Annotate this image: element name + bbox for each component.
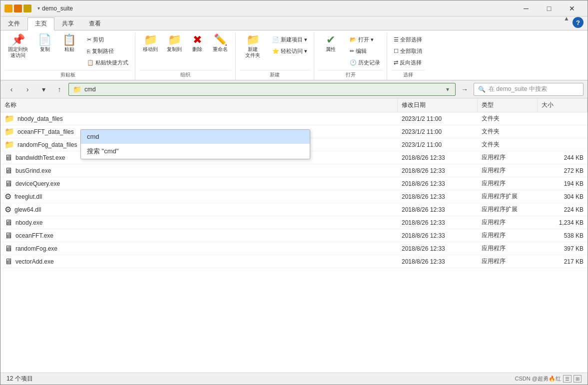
file-size	[538, 117, 588, 120]
copy-icon: 📄	[38, 34, 51, 45]
paste-button[interactable]: 📋 粘贴	[58, 32, 80, 54]
window-title: demo_suite	[42, 5, 515, 12]
file-type: 应用程序	[478, 256, 538, 267]
file-name: busGrind.exe	[15, 167, 51, 174]
recent-button[interactable]: ▾	[36, 82, 50, 96]
ribbon-tabs: 文件 主页 共享 查看 ▲ ?	[0, 16, 588, 30]
autocomplete-dropdown: cmd 搜索 "cmd"	[80, 129, 310, 159]
paste-shortcut-button[interactable]: 📋 粘贴快捷方式	[84, 57, 131, 68]
file-date: 2023/1/2 11:00	[398, 127, 478, 137]
cut-button[interactable]: ✂ 剪切	[84, 34, 131, 45]
copy-button[interactable]: 📄 复制	[33, 32, 56, 54]
file-size: 1,234 KB	[538, 218, 588, 228]
new-folder-button[interactable]: 📁 新建文件夹	[240, 32, 266, 60]
table-row[interactable]: ⚙ glew64.dll 2018/8/26 12:33 应用程序扩展 224 …	[0, 203, 588, 216]
file-icon: 🖥	[4, 231, 12, 240]
up-button[interactable]: ↑	[52, 82, 66, 96]
open-label: 打开	[318, 70, 383, 80]
file-size	[538, 143, 588, 146]
autocomplete-item-cmd[interactable]: cmd	[81, 130, 310, 143]
header-size[interactable]: 大小	[538, 98, 588, 112]
edit-button[interactable]: ✏ 编辑	[347, 46, 383, 56]
file-size: 217 KB	[538, 257, 588, 267]
file-date: 2018/8/26 12:33	[398, 244, 478, 254]
search-bar[interactable]: 🔍 在 demo_suite 中搜索	[474, 83, 584, 96]
new-content: 📁 新建文件夹 📄 新建项目 ▾ ⭐ 轻松访问 ▾	[240, 32, 310, 70]
maximize-button[interactable]: □	[538, 0, 561, 16]
file-date: 2018/8/26 12:33	[398, 192, 478, 202]
file-name: vectorAdd.exe	[15, 258, 54, 265]
file-icon: 📁	[4, 127, 14, 136]
select-label: 选择	[391, 70, 425, 80]
nav-arrow-right[interactable]: →	[458, 82, 472, 96]
ribbon-group-open: ✔ 属性 📂 打开 ▾ ✏ 编辑 🕐 历史记录 打开	[314, 32, 387, 80]
file-list-header: 名称 修改日期 类型 大小	[0, 98, 588, 112]
back-button[interactable]: ‹	[4, 82, 18, 96]
copy-path-button[interactable]: ⎘ 复制路径	[84, 46, 131, 56]
app-icon-1	[4, 4, 12, 12]
file-icon: 🖥	[4, 179, 12, 188]
table-row[interactable]: 📁 nbody_data_files 2023/1/2 11:00 文件夹	[0, 112, 588, 125]
table-row[interactable]: 🖥 oceanFFT.exe 2018/8/26 12:33 应用程序 538 …	[0, 229, 588, 242]
invert-select-button[interactable]: ⇄ 反向选择	[391, 57, 425, 68]
minimize-button[interactable]: ─	[515, 0, 538, 16]
header-date[interactable]: 修改日期	[398, 98, 478, 112]
file-type: 文件夹	[478, 113, 538, 124]
select-all-button[interactable]: ☰ 全部选择	[391, 34, 425, 45]
new-item-button[interactable]: 📄 新建项目 ▾	[270, 34, 310, 45]
rename-button[interactable]: ✏️ 重命名	[209, 32, 231, 54]
copy-to-label: 复制到	[167, 46, 182, 52]
open-button[interactable]: 📂 打开 ▾	[347, 34, 383, 45]
tab-share[interactable]: 共享	[54, 17, 81, 30]
table-row[interactable]: 🖥 vectorAdd.exe 2018/8/26 12:33 应用程序 217…	[0, 255, 588, 268]
watermark: CSDN @超勇🔥红	[515, 375, 561, 383]
file-name-cell: 🖥 vectorAdd.exe	[0, 256, 398, 268]
help-button[interactable]: ?	[573, 17, 584, 28]
file-size	[538, 130, 588, 133]
select-none-button[interactable]: ☐ 全部取消	[391, 46, 425, 56]
copy-to-button[interactable]: 📁 复制到	[163, 32, 185, 54]
file-date: 2018/8/26 12:33	[398, 179, 478, 189]
file-icon: 📁	[4, 140, 14, 149]
file-type: 应用程序扩展	[478, 191, 538, 202]
history-button[interactable]: 🕐 历史记录	[347, 57, 383, 68]
table-row[interactable]: 🖥 busGrind.exe 2018/8/26 12:33 应用程序 272 …	[0, 164, 588, 177]
clipboard-stack: ✂ 剪切 ⎘ 复制路径 📋 粘贴快捷方式	[84, 32, 131, 68]
header-name[interactable]: 名称	[0, 98, 398, 112]
file-size: 304 KB	[538, 192, 588, 202]
table-row[interactable]: 🖥 randomFog.exe 2018/8/26 12:33 应用程序 397…	[0, 242, 588, 255]
forward-button[interactable]: ›	[20, 82, 34, 96]
tab-home[interactable]: 主页	[27, 17, 54, 30]
app-icon-3	[23, 4, 31, 12]
easy-access-button[interactable]: ⭐ 轻松访问 ▾	[270, 46, 310, 56]
move-to-button[interactable]: 📁 移动到	[139, 32, 161, 54]
tab-view[interactable]: 查看	[81, 17, 108, 30]
titlebar-app-icons	[4, 4, 31, 12]
tab-file[interactable]: 文件	[0, 17, 27, 30]
search-icon: 🔍	[478, 86, 486, 93]
file-date: 2023/1/2 11:00	[398, 140, 478, 150]
pin-button[interactable]: 📌 固定到快速访问	[4, 32, 31, 60]
titlebar-arrow: ▾	[37, 5, 40, 11]
file-icon: ⚙	[4, 205, 11, 214]
copy-to-icon: 📁	[168, 34, 181, 45]
address-dropdown-icon[interactable]: ▾	[444, 86, 451, 93]
file-size: 272 KB	[538, 166, 588, 176]
table-row[interactable]: ⚙ freeglut.dll 2018/8/26 12:33 应用程序扩展 30…	[0, 190, 588, 203]
file-date: 2018/8/26 12:33	[398, 218, 478, 228]
new-folder-label: 新建文件夹	[245, 46, 260, 58]
delete-label: 删除	[192, 46, 202, 52]
select-stack: ☰ 全部选择 ☐ 全部取消 ⇄ 反向选择	[391, 32, 425, 68]
file-name-cell: 🖥 randomFog.exe	[0, 243, 398, 255]
autocomplete-item-search[interactable]: 搜索 "cmd"	[81, 144, 310, 159]
address-bar[interactable]: 📁 cmd ▾	[68, 83, 456, 96]
clipboard-label: 剪贴板	[4, 70, 131, 80]
statusbar: 12 个项目 CSDN @超勇🔥红 ☰ ⊞	[0, 373, 588, 385]
table-row[interactable]: 🖥 deviceQuery.exe 2018/8/26 12:33 应用程序 1…	[0, 177, 588, 190]
table-row[interactable]: 🖥 nbody.exe 2018/8/26 12:33 应用程序 1,234 K…	[0, 216, 588, 229]
ribbon-group-organize: 📁 移动到 📁 复制到 ✖ 删除 ✏️ 重命名 组织	[135, 32, 236, 80]
header-type[interactable]: 类型	[478, 98, 538, 112]
properties-button[interactable]: ✔ 属性	[318, 32, 343, 54]
delete-button[interactable]: ✖ 删除	[187, 32, 207, 54]
file-icon: ⚙	[4, 192, 11, 201]
